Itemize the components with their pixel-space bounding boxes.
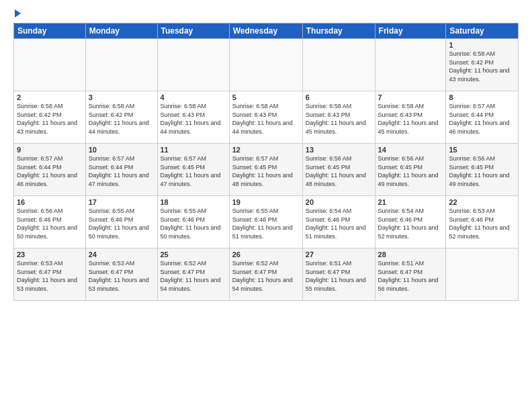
day-info: Sunrise: 6:52 AM Sunset: 6:47 PM Dayligh… [161,259,226,293]
calendar-cell [375,39,446,91]
header [13,11,519,17]
page: SundayMondayTuesdayWednesdayThursdayFrid… [0,0,532,411]
calendar-cell: 19Sunrise: 6:55 AM Sunset: 6:46 PM Dayli… [229,196,302,248]
day-number: 25 [161,250,226,259]
day-info: Sunrise: 6:57 AM Sunset: 6:44 PM Dayligh… [17,154,83,188]
logo [13,11,21,17]
day-number: 7 [378,93,443,101]
day-number: 16 [17,198,83,206]
calendar-cell: 12Sunrise: 6:57 AM Sunset: 6:45 PM Dayli… [229,144,302,196]
calendar-cell: 25Sunrise: 6:52 AM Sunset: 6:47 PM Dayli… [157,248,229,301]
calendar-cell: 1Sunrise: 6:58 AM Sunset: 6:42 PM Daylig… [446,39,519,91]
day-number: 24 [89,250,154,259]
day-number: 20 [306,198,372,206]
calendar-cell: 13Sunrise: 6:56 AM Sunset: 6:45 PM Dayli… [302,144,375,196]
calendar-cell: 7Sunrise: 6:58 AM Sunset: 6:43 PM Daylig… [375,91,446,144]
day-number: 23 [17,250,83,259]
day-number: 15 [449,146,515,154]
day-number: 3 [89,93,154,101]
day-info: Sunrise: 6:58 AM Sunset: 6:42 PM Dayligh… [89,102,154,136]
day-info: Sunrise: 6:56 AM Sunset: 6:45 PM Dayligh… [449,154,515,188]
calendar-cell: 17Sunrise: 6:55 AM Sunset: 6:46 PM Dayli… [85,196,157,248]
day-info: Sunrise: 6:53 AM Sunset: 6:47 PM Dayligh… [89,259,154,293]
day-number: 14 [378,146,443,154]
calendar-cell: 5Sunrise: 6:58 AM Sunset: 6:43 PM Daylig… [229,91,302,144]
col-header-tuesday: Tuesday [157,24,229,39]
day-number: 22 [449,198,515,206]
day-info: Sunrise: 6:58 AM Sunset: 6:43 PM Dayligh… [306,102,372,136]
calendar-cell: 21Sunrise: 6:54 AM Sunset: 6:46 PM Dayli… [375,196,446,248]
day-number: 5 [232,93,300,101]
day-number: 10 [89,146,154,154]
day-info: Sunrise: 6:54 AM Sunset: 6:46 PM Dayligh… [378,207,443,240]
day-number: 19 [232,198,300,206]
day-number: 28 [378,250,443,259]
calendar-cell: 28Sunrise: 6:51 AM Sunset: 6:47 PM Dayli… [375,248,446,301]
calendar-table: SundayMondayTuesdayWednesdayThursdayFrid… [13,23,519,301]
calendar-cell [446,248,519,301]
day-number: 6 [306,93,372,101]
calendar-cell [302,39,375,91]
day-number: 13 [306,146,372,154]
day-number: 21 [378,198,443,206]
calendar-cell: 10Sunrise: 6:57 AM Sunset: 6:44 PM Dayli… [85,144,157,196]
calendar-cell: 11Sunrise: 6:57 AM Sunset: 6:45 PM Dayli… [157,144,229,196]
day-number: 17 [89,198,154,206]
day-number: 1 [449,41,515,49]
day-number: 11 [161,146,226,154]
day-info: Sunrise: 6:56 AM Sunset: 6:45 PM Dayligh… [378,154,443,188]
calendar-cell: 18Sunrise: 6:55 AM Sunset: 6:46 PM Dayli… [157,196,229,248]
day-info: Sunrise: 6:53 AM Sunset: 6:47 PM Dayligh… [17,259,83,293]
day-info: Sunrise: 6:56 AM Sunset: 6:46 PM Dayligh… [17,207,83,240]
calendar-cell: 24Sunrise: 6:53 AM Sunset: 6:47 PM Dayli… [85,248,157,301]
day-info: Sunrise: 6:55 AM Sunset: 6:46 PM Dayligh… [161,207,226,240]
day-info: Sunrise: 6:51 AM Sunset: 6:47 PM Dayligh… [378,259,443,293]
calendar-cell: 27Sunrise: 6:51 AM Sunset: 6:47 PM Dayli… [302,248,375,301]
day-number: 12 [232,146,300,154]
day-info: Sunrise: 6:58 AM Sunset: 6:43 PM Dayligh… [161,102,226,136]
calendar-cell: 15Sunrise: 6:56 AM Sunset: 6:45 PM Dayli… [446,144,519,196]
calendar-cell [85,39,157,91]
day-number: 9 [17,146,83,154]
day-info: Sunrise: 6:57 AM Sunset: 6:45 PM Dayligh… [161,154,226,188]
day-info: Sunrise: 6:58 AM Sunset: 6:43 PM Dayligh… [232,102,300,136]
day-info: Sunrise: 6:55 AM Sunset: 6:46 PM Dayligh… [232,207,300,240]
calendar-cell [229,39,302,91]
calendar-cell: 16Sunrise: 6:56 AM Sunset: 6:46 PM Dayli… [14,196,86,248]
col-header-thursday: Thursday [302,24,375,39]
calendar-cell: 8Sunrise: 6:57 AM Sunset: 6:44 PM Daylig… [446,91,519,144]
day-info: Sunrise: 6:57 AM Sunset: 6:45 PM Dayligh… [232,154,300,188]
calendar-cell: 6Sunrise: 6:58 AM Sunset: 6:43 PM Daylig… [302,91,375,144]
day-number: 26 [232,250,300,259]
col-header-friday: Friday [375,24,446,39]
calendar-cell: 2Sunrise: 6:58 AM Sunset: 6:42 PM Daylig… [14,91,86,144]
day-info: Sunrise: 6:51 AM Sunset: 6:47 PM Dayligh… [306,259,372,293]
day-info: Sunrise: 6:57 AM Sunset: 6:44 PM Dayligh… [449,102,515,136]
day-number: 27 [306,250,372,259]
calendar-cell [14,39,86,91]
calendar-cell [157,39,229,91]
day-info: Sunrise: 6:58 AM Sunset: 6:42 PM Dayligh… [449,50,515,83]
day-info: Sunrise: 6:52 AM Sunset: 6:47 PM Dayligh… [232,259,300,293]
day-number: 8 [449,93,515,101]
day-info: Sunrise: 6:58 AM Sunset: 6:42 PM Dayligh… [17,102,83,136]
calendar-cell: 26Sunrise: 6:52 AM Sunset: 6:47 PM Dayli… [229,248,302,301]
day-info: Sunrise: 6:58 AM Sunset: 6:43 PM Dayligh… [378,102,443,136]
day-info: Sunrise: 6:55 AM Sunset: 6:46 PM Dayligh… [89,207,154,240]
calendar-cell: 23Sunrise: 6:53 AM Sunset: 6:47 PM Dayli… [14,248,86,301]
day-info: Sunrise: 6:56 AM Sunset: 6:45 PM Dayligh… [306,154,372,188]
col-header-saturday: Saturday [446,24,519,39]
calendar-cell: 14Sunrise: 6:56 AM Sunset: 6:45 PM Dayli… [375,144,446,196]
calendar-cell: 20Sunrise: 6:54 AM Sunset: 6:46 PM Dayli… [302,196,375,248]
day-number: 18 [161,198,226,206]
calendar-cell: 4Sunrise: 6:58 AM Sunset: 6:43 PM Daylig… [157,91,229,144]
logo-arrow-icon [15,9,21,17]
calendar-cell: 9Sunrise: 6:57 AM Sunset: 6:44 PM Daylig… [14,144,86,196]
day-info: Sunrise: 6:53 AM Sunset: 6:46 PM Dayligh… [449,207,515,240]
col-header-sunday: Sunday [14,24,86,39]
col-header-wednesday: Wednesday [229,24,302,39]
calendar-cell: 22Sunrise: 6:53 AM Sunset: 6:46 PM Dayli… [446,196,519,248]
day-number: 4 [161,93,226,101]
day-number: 2 [17,93,83,101]
calendar-cell: 3Sunrise: 6:58 AM Sunset: 6:42 PM Daylig… [85,91,157,144]
